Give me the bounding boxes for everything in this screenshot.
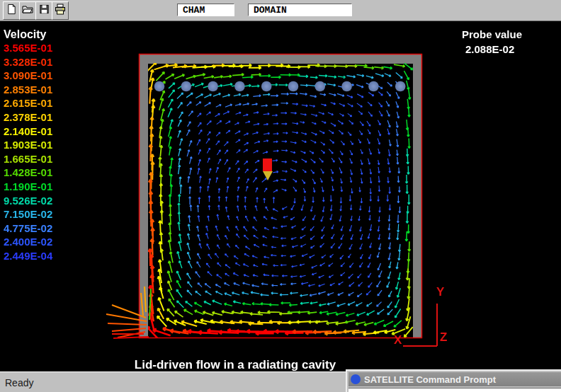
legend-item: 1.190E-01 [4, 180, 52, 194]
legend-list: 3.565E-013.328E-013.090E-012.853E-012.61… [4, 41, 52, 263]
satellite-sphere-icon [350, 374, 361, 385]
probe-marker-tip [263, 171, 273, 180]
legend-item: 3.090E-01 [4, 69, 52, 83]
save-floppy-icon [39, 4, 50, 18]
satellite-window-content[interactable] [348, 388, 561, 392]
legend-title: Velocity [4, 28, 52, 41]
axis-z-label: Z [440, 330, 447, 345]
legend-item: 2.449E-04 [4, 249, 52, 263]
velocity-legend: Velocity 3.565E-013.328E-013.090E-012.85… [4, 28, 52, 263]
legend-item: 4.775E-02 [4, 221, 52, 236]
satellite-command-prompt-window[interactable]: SATELLITE Command Prompt [346, 369, 561, 392]
axis-y-label: Y [436, 285, 444, 299]
vector-plot-canvas[interactable] [0, 21, 561, 371]
legend-item: 2.615E-01 [4, 96, 52, 110]
legend-item: 2.378E-01 [4, 110, 52, 125]
probe-marker-body [263, 158, 272, 171]
new-document-icon [6, 4, 17, 18]
legend-item: 2.140E-01 [4, 125, 52, 139]
legend-item: 1.903E-01 [4, 138, 52, 152]
legend-item: 2.400E-02 [4, 235, 52, 249]
probe-value-label: Probe value [462, 28, 522, 40]
save-button[interactable] [35, 1, 52, 20]
new-file-button[interactable] [3, 1, 20, 20]
phoenics-viewer-window: { "toolbar": { "buttons": [ {"icon": "ne… [0, 0, 561, 392]
satellite-window-title: SATELLITE Command Prompt [364, 374, 496, 385]
status-text: Ready [5, 377, 33, 388]
probe-marker[interactable] [263, 158, 273, 180]
legend-item: 3.328E-01 [4, 55, 52, 69]
probe-value-readout: 2.088E-02 [465, 43, 514, 55]
legend-item: 7.150E-02 [4, 207, 52, 221]
open-folder-icon [22, 4, 33, 18]
viewer-area: Velocity 3.565E-013.328E-013.090E-012.85… [0, 21, 561, 371]
legend-item: 1.428E-01 [4, 166, 52, 180]
axis-y-line [436, 304, 438, 346]
domain-field[interactable] [248, 4, 352, 16]
legend-item: 9.526E-02 [4, 194, 52, 208]
satellite-window-titlebar[interactable]: SATELLITE Command Prompt [348, 372, 561, 386]
axis-x-label: X [394, 333, 402, 347]
legend-item: 2.853E-01 [4, 83, 52, 97]
toolbar [0, 0, 561, 21]
legend-item: 1.665E-01 [4, 152, 52, 166]
open-file-button[interactable] [19, 1, 36, 20]
axis-x-line [403, 345, 437, 347]
print-icon [55, 4, 66, 18]
cham-field[interactable] [177, 4, 234, 16]
legend-item: 3.565E-01 [4, 41, 52, 55]
print-button[interactable] [52, 1, 69, 20]
